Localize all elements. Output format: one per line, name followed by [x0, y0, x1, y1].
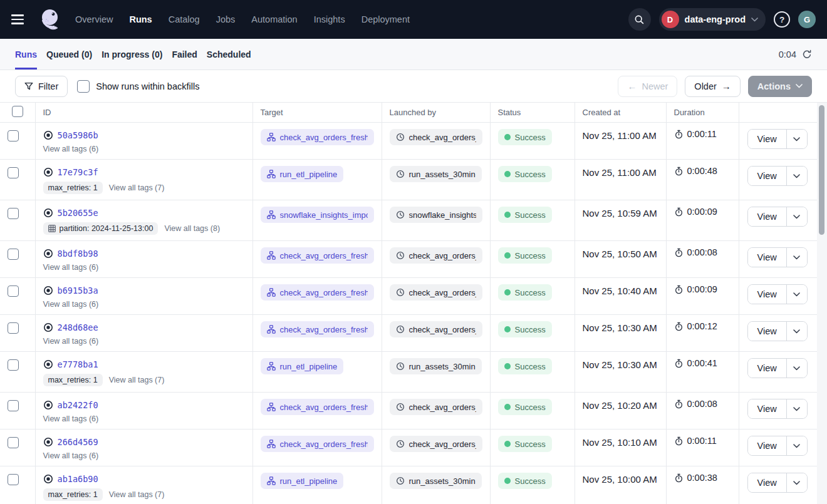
- row-checkbox[interactable]: [8, 437, 19, 448]
- run-tag-pill[interactable]: max_retries: 1: [43, 374, 103, 386]
- target-pill[interactable]: check_avg_orders_freshne: [261, 399, 374, 415]
- help-icon[interactable]: ?: [774, 11, 790, 28]
- nav-item-insights[interactable]: Insights: [314, 14, 345, 24]
- select-all-checkbox[interactable]: [12, 106, 23, 117]
- view-dropdown-button[interactable]: [787, 322, 807, 341]
- row-checkbox[interactable]: [8, 285, 19, 297]
- run-tag-pill[interactable]: partition: 2024-11-25-13:00: [43, 222, 159, 235]
- view-dropdown-button[interactable]: [787, 399, 807, 418]
- row-checkbox[interactable]: [8, 474, 19, 485]
- view-all-tags-link[interactable]: View all tags (7): [109, 376, 165, 384]
- newer-button[interactable]: ← Newer: [618, 76, 677, 97]
- target-pill[interactable]: check_avg_orders_freshne: [261, 321, 374, 337]
- view-all-tags-link[interactable]: View all tags (6): [43, 414, 99, 423]
- view-button[interactable]: View: [748, 436, 787, 455]
- view-button[interactable]: View: [748, 248, 787, 267]
- nav-item-automation[interactable]: Automation: [251, 14, 297, 24]
- launched-by-pill[interactable]: check_avg_orders_f…: [390, 129, 482, 145]
- dagster-logo-icon[interactable]: [39, 8, 61, 31]
- view-button[interactable]: View: [748, 473, 787, 492]
- avatar[interactable]: G: [798, 11, 816, 28]
- run-id-link[interactable]: 5b20655e: [58, 208, 98, 218]
- view-dropdown-button[interactable]: [787, 248, 807, 267]
- tab-scheduled[interactable]: Scheduled: [207, 39, 251, 69]
- target-pill[interactable]: check_avg_orders_freshne: [261, 284, 374, 301]
- view-button[interactable]: View: [748, 359, 787, 378]
- target-pill[interactable]: run_etl_pipeline: [261, 473, 344, 489]
- view-button[interactable]: View: [748, 399, 787, 418]
- view-button[interactable]: View: [748, 207, 787, 226]
- run-id-link[interactable]: e7778ba1: [58, 359, 98, 369]
- run-id-link[interactable]: 8bdf8b98: [58, 249, 98, 259]
- view-button[interactable]: View: [748, 285, 787, 304]
- view-dropdown-button[interactable]: [787, 473, 807, 492]
- view-all-tags-link[interactable]: View all tags (7): [109, 490, 165, 499]
- target-pill[interactable]: check_avg_orders_freshne: [261, 436, 374, 452]
- scrollbar-track[interactable]: [817, 103, 827, 504]
- view-all-tags-link[interactable]: View all tags (7): [109, 183, 165, 192]
- target-pill[interactable]: run_etl_pipeline: [261, 358, 344, 374]
- view-dropdown-button[interactable]: [787, 359, 807, 378]
- run-id-link[interactable]: 50a5986b: [58, 130, 98, 140]
- view-dropdown-button[interactable]: [787, 167, 807, 185]
- row-checkbox[interactable]: [8, 249, 19, 260]
- view-all-tags-link[interactable]: View all tags (6): [43, 263, 99, 272]
- nav-item-deployment[interactable]: Deployment: [361, 14, 410, 24]
- older-button[interactable]: Older →: [685, 76, 740, 97]
- view-all-tags-link[interactable]: View all tags (6): [43, 300, 99, 309]
- row-checkbox[interactable]: [8, 167, 19, 178]
- hamburger-menu-icon[interactable]: [11, 10, 30, 29]
- view-dropdown-button[interactable]: [787, 436, 807, 455]
- view-button[interactable]: View: [748, 130, 787, 148]
- target-pill[interactable]: snowflake_insights_import: [261, 207, 374, 223]
- view-button[interactable]: View: [748, 167, 787, 185]
- launched-by-pill[interactable]: run_assets_30min: [390, 166, 482, 182]
- launched-by-pill[interactable]: check_avg_orders_f…: [390, 399, 482, 415]
- tab-in-progress-0[interactable]: In progress (0): [101, 39, 162, 69]
- run-id-link[interactable]: 266d4569: [58, 437, 98, 447]
- tab-failed[interactable]: Failed: [172, 39, 197, 69]
- search-button[interactable]: [628, 8, 651, 31]
- run-tag-pill[interactable]: max_retries: 1: [43, 182, 103, 194]
- row-checkbox[interactable]: [8, 208, 19, 219]
- run-id-link[interactable]: 248d68ee: [58, 322, 98, 332]
- launched-by-pill[interactable]: check_avg_orders_f…: [390, 284, 482, 301]
- backfills-checkbox[interactable]: [77, 80, 90, 93]
- run-id-link[interactable]: ab1a6b90: [58, 474, 98, 484]
- launched-by-pill[interactable]: run_assets_30min: [390, 358, 482, 374]
- launched-by-pill[interactable]: check_avg_orders_f…: [390, 436, 482, 452]
- launched-by-pill[interactable]: snowflake_insights_…: [390, 207, 482, 223]
- row-checkbox[interactable]: [8, 322, 19, 334]
- nav-item-runs[interactable]: Runs: [129, 14, 152, 24]
- view-all-tags-link[interactable]: View all tags (6): [43, 451, 99, 460]
- scrollbar-thumb[interactable]: [819, 105, 824, 235]
- nav-item-jobs[interactable]: Jobs: [216, 14, 236, 24]
- view-all-tags-link[interactable]: View all tags (6): [43, 145, 99, 153]
- target-pill[interactable]: check_avg_orders_freshne: [261, 247, 374, 264]
- actions-button[interactable]: Actions: [748, 76, 812, 97]
- view-dropdown-button[interactable]: [787, 207, 807, 226]
- refresh-icon[interactable]: [802, 49, 812, 59]
- run-id-link[interactable]: b6915b3a: [58, 285, 98, 296]
- view-button[interactable]: View: [748, 322, 787, 341]
- run-id-link[interactable]: ab2422f0: [58, 400, 98, 410]
- nav-item-overview[interactable]: Overview: [75, 14, 113, 24]
- view-all-tags-link[interactable]: View all tags (8): [164, 224, 220, 233]
- filter-button[interactable]: Filter: [15, 76, 68, 97]
- tab-runs[interactable]: Runs: [15, 39, 37, 69]
- launched-by-pill[interactable]: run_assets_30min: [390, 473, 482, 489]
- run-tag-pill[interactable]: max_retries: 1: [43, 488, 103, 501]
- view-all-tags-link[interactable]: View all tags (6): [43, 337, 99, 346]
- row-checkbox[interactable]: [8, 359, 19, 371]
- launched-by-pill[interactable]: check_avg_orders_f…: [390, 247, 482, 264]
- launched-by-pill[interactable]: check_avg_orders_f…: [390, 321, 482, 337]
- run-id-link[interactable]: 17e79c3f: [58, 167, 98, 177]
- row-checkbox[interactable]: [8, 130, 19, 141]
- nav-item-catalog[interactable]: Catalog: [169, 14, 200, 24]
- view-dropdown-button[interactable]: [787, 285, 807, 304]
- tab-queued-0[interactable]: Queued (0): [46, 39, 92, 69]
- row-checkbox[interactable]: [8, 400, 19, 411]
- target-pill[interactable]: run_etl_pipeline: [261, 166, 344, 182]
- target-pill[interactable]: check_avg_orders_freshne: [261, 129, 374, 145]
- view-dropdown-button[interactable]: [787, 130, 807, 148]
